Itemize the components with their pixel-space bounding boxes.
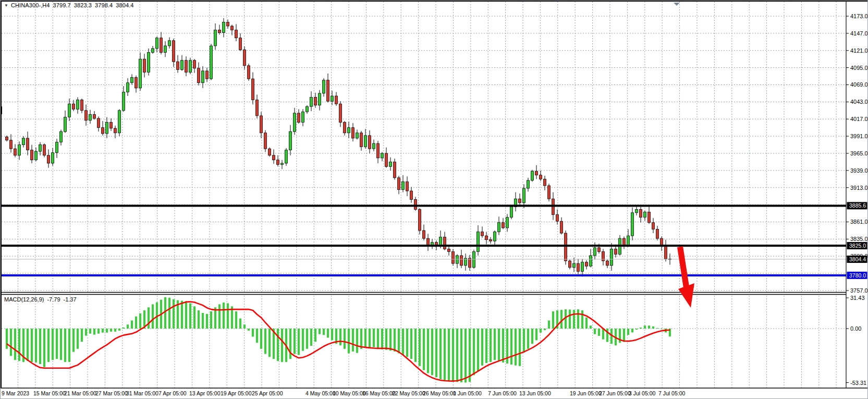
candle [581, 259, 584, 276]
chart-canvas[interactable]: 4173.04147.04121.04095.04069.04043.04017… [1, 1, 868, 399]
time-axis-label: 9 Mar 2023 [2, 390, 29, 396]
macd-histogram-bar [218, 304, 221, 329]
candle [152, 46, 154, 54]
macd-histogram-bar [248, 329, 250, 331]
macd-histogram-bar [606, 329, 608, 342]
candle [193, 59, 196, 73]
candle [60, 129, 63, 145]
candle [406, 176, 409, 196]
macd-histogram-bar [573, 310, 575, 329]
candle [352, 123, 354, 141]
candle [310, 91, 313, 111]
macd-signal-value: -1.37 [64, 296, 77, 303]
macd-histogram-bar [344, 329, 346, 349]
macd-histogram-bar [60, 329, 62, 360]
macd-histogram-bar [389, 329, 392, 350]
macd-histogram-bar [364, 329, 366, 347]
time-axis-label: 27 Jun 05:00 [599, 390, 631, 396]
macd-histogram-bar [481, 329, 483, 366]
candle [523, 184, 525, 208]
price-line-label: 3885.6 [847, 202, 867, 209]
macd-histogram-bar [640, 328, 642, 329]
candle [294, 108, 296, 135]
candle [460, 250, 463, 268]
axis-tick-label: 3991.0 [850, 133, 868, 139]
chart-shift-marker-icon[interactable] [674, 3, 680, 6]
axis-tick-label: 4147.0 [850, 30, 868, 37]
candle [323, 78, 325, 96]
candle [410, 187, 413, 202]
price-axis[interactable]: 4173.04147.04121.04095.04069.04043.04017… [846, 2, 868, 388]
candle [302, 109, 304, 126]
candle [239, 33, 242, 51]
time-axis[interactable]: 9 Mar 202315 Mar 05:0021 Mar 05:0027 Mar… [2, 390, 686, 396]
candle [202, 66, 204, 88]
candle [223, 18, 225, 38]
candle [72, 100, 75, 111]
candle [164, 41, 167, 57]
time-axis-label: 13 Jun 05:00 [519, 390, 551, 396]
candle [289, 125, 292, 155]
macd-histogram-bar [314, 329, 316, 342]
candle [210, 44, 213, 80]
candle [490, 237, 492, 244]
time-axis-label: 19 Apr 05:00 [221, 390, 252, 396]
candle [373, 139, 375, 151]
macd-histogram-bar [631, 329, 633, 332]
quote-close: 3804.4 [116, 2, 133, 8]
candle [610, 243, 613, 271]
time-axis-label: 7 Jul 05:00 [658, 390, 686, 396]
candle [123, 86, 125, 112]
candlesticks[interactable] [6, 18, 671, 277]
candle [10, 134, 13, 152]
macd-histogram-bar [235, 311, 237, 329]
candle [635, 205, 638, 215]
time-axis-label: 7 Apr 05:00 [158, 390, 187, 396]
macd-histogram-bar [35, 329, 37, 362]
macd-histogram-bar [6, 329, 8, 349]
candle [640, 207, 642, 222]
candle [47, 149, 50, 167]
symbol-dropdown-icon[interactable]: ▼ [4, 3, 8, 8]
macd-histogram-bar [460, 329, 462, 382]
candle [519, 194, 521, 205]
candle [485, 232, 488, 244]
macd-histogram-bar [281, 329, 283, 362]
candle [268, 148, 271, 157]
arrow-head-icon [678, 283, 694, 308]
macd-histogram-bar [10, 329, 12, 356]
time-axis-label: 25 Apr 05:00 [252, 390, 283, 396]
macd-histogram-bar [310, 329, 312, 346]
candle [344, 121, 346, 136]
macd-histogram-bar [168, 298, 170, 329]
candle [515, 192, 517, 212]
macd-histogram-bar [114, 329, 116, 332]
candle [327, 74, 329, 103]
macd-histogram-bar [581, 310, 583, 329]
candle [369, 130, 371, 153]
macd-histogram-bar [97, 329, 100, 334]
macd-histogram-bar [360, 329, 362, 349]
candle [18, 141, 21, 160]
macd-histogram-bar [123, 328, 125, 329]
macd-histogram-bar [652, 327, 654, 329]
candle [264, 130, 267, 152]
macd-histogram-bar [193, 306, 195, 329]
macd-histogram-bar [294, 329, 296, 354]
macd-histogram-bar [485, 329, 487, 363]
macd-histogram-bar [527, 329, 529, 349]
macd-histogram-bar [535, 329, 537, 340]
candle [356, 129, 359, 139]
candle [385, 148, 388, 168]
candle [544, 176, 546, 190]
time-axis-label: 10 May 05:00 [333, 390, 366, 396]
candle [527, 178, 530, 192]
candle [285, 148, 288, 166]
candle [377, 141, 380, 163]
macd-histogram-bar [198, 310, 200, 329]
candle [389, 158, 392, 171]
macd-histogram-bar [519, 329, 521, 366]
macd-histogram-bar [81, 329, 83, 342]
price-line-label-text: 3885.6 [849, 202, 866, 209]
macd-histogram-bar [210, 311, 212, 329]
